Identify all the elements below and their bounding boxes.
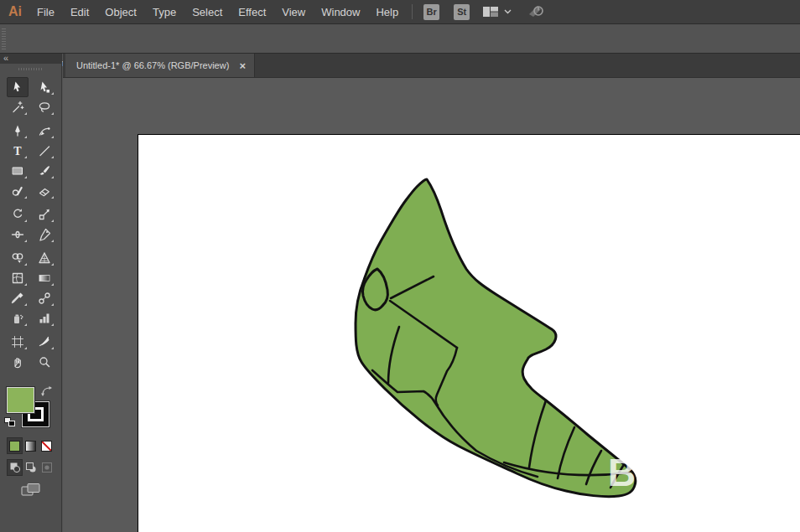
draw-normal-icon — [9, 462, 21, 473]
menu-item-edit[interactable]: Edit — [70, 6, 89, 18]
hand-tool[interactable] — [7, 352, 29, 372]
draw-inside-button[interactable] — [39, 459, 55, 476]
none-button[interactable] — [39, 437, 55, 454]
swap-fill-stroke-icon[interactable] — [40, 385, 54, 397]
column-graph-tool-icon — [38, 312, 51, 325]
color-swatch-icon — [9, 441, 20, 452]
line-segment-tool-icon — [38, 144, 51, 158]
paintbrush-tool[interactable] — [34, 161, 55, 181]
line-segment-tool[interactable] — [34, 141, 55, 161]
zoom-tool[interactable] — [34, 352, 55, 372]
tool-grid: T — [7, 77, 55, 372]
artboard-tool[interactable] — [7, 332, 29, 352]
fill-indicator[interactable] — [7, 387, 34, 413]
menu-item-view[interactable]: View — [282, 6, 305, 18]
svg-text:T: T — [13, 145, 22, 158]
selection-tool-icon — [11, 80, 24, 94]
color-button[interactable] — [7, 437, 23, 454]
workspace-switcher[interactable] — [482, 5, 512, 18]
rectangle-tool[interactable] — [7, 161, 29, 181]
lasso-tool[interactable] — [34, 97, 55, 117]
free-transform-tool[interactable] — [34, 225, 55, 245]
menu-item-help[interactable]: Help — [376, 6, 398, 18]
curvature-tool-icon — [38, 124, 51, 137]
scale-tool[interactable] — [34, 204, 55, 225]
artboard[interactable]: B — [138, 134, 800, 532]
menu-item-file[interactable]: File — [37, 6, 55, 18]
eyedropper-tool-icon — [11, 292, 24, 305]
column-graph-tool[interactable] — [34, 308, 55, 328]
type-tool[interactable]: T — [7, 141, 29, 161]
shape-builder-tool[interactable] — [7, 248, 29, 268]
gradient-tool-icon — [38, 271, 51, 285]
rotate-tool-icon — [11, 208, 24, 221]
collapse-panel-icon[interactable]: « — [3, 53, 8, 63]
direct-selection-tool[interactable] — [34, 77, 55, 97]
width-tool[interactable] — [7, 225, 29, 245]
tab-close-icon[interactable]: × — [239, 60, 246, 71]
selection-tool[interactable] — [7, 77, 29, 97]
drawing-modes-row — [7, 459, 55, 476]
blend-tool[interactable] — [34, 288, 55, 308]
menu-item-effect[interactable]: Effect — [238, 6, 266, 18]
perspective-grid-tool[interactable] — [34, 248, 55, 268]
symbol-sprayer-tool[interactable] — [7, 308, 29, 328]
symbol-sprayer-tool-icon — [11, 312, 24, 325]
menu-item-object[interactable]: Object — [105, 6, 137, 18]
none-swatch-icon — [41, 441, 52, 452]
eraser-tool[interactable] — [34, 181, 55, 201]
cocoon-body-path — [356, 179, 636, 497]
gpu-performance-icon — [525, 2, 547, 18]
eyedropper-tool[interactable] — [7, 288, 29, 308]
gpu-performance-button[interactable] — [525, 2, 547, 22]
hand-tool-icon — [11, 355, 24, 369]
draw-inside-icon — [41, 462, 53, 473]
bridge-button[interactable]: Br — [423, 4, 439, 20]
mesh-tool[interactable] — [7, 268, 29, 288]
rotate-tool[interactable] — [7, 204, 29, 225]
scale-tool-icon — [38, 208, 51, 221]
control-bar-grip[interactable] — [2, 27, 6, 49]
free-transform-tool-icon — [38, 228, 51, 241]
rectangle-tool-icon — [11, 164, 24, 178]
control-bar: No Selection Stroke: 3 pt Uniform • 3 pt… — [0, 24, 800, 54]
canvas-area[interactable]: B — [63, 78, 800, 532]
menu-item-window[interactable]: Window — [321, 6, 360, 18]
menu-item-select[interactable]: Select — [192, 6, 222, 18]
stock-button[interactable]: St — [454, 4, 470, 20]
screen-mode-icon — [21, 483, 41, 499]
pen-tool[interactable] — [7, 121, 29, 141]
illustrator-window: Ai File Edit Object Type Select Effect V… — [0, 0, 800, 532]
artboard-tool-icon — [11, 335, 24, 349]
menu-bar: Ai File Edit Object Type Select Effect V… — [0, 0, 800, 24]
draw-behind-icon — [25, 462, 37, 473]
menu-separator — [412, 4, 413, 19]
chevron-down-icon — [504, 9, 512, 14]
document-tab-bar: Untitled-1* @ 66.67% (RGB/Preview) × — [63, 54, 800, 78]
tools-panel-header[interactable]: « — [0, 54, 61, 64]
tools-panel: « — [0, 54, 62, 532]
shaper-tool[interactable] — [7, 181, 29, 201]
gradient-tool[interactable] — [34, 268, 55, 288]
change-screen-mode-button[interactable] — [21, 483, 41, 503]
tools-panel-grip[interactable] — [18, 68, 44, 70]
slice-tool-icon — [38, 335, 51, 349]
document-tab[interactable]: Untitled-1* @ 66.67% (RGB/Preview) × — [65, 54, 255, 77]
gradient-swatch-icon — [25, 441, 36, 452]
default-fill-stroke-icon[interactable] — [4, 417, 16, 427]
mesh-tool-icon — [11, 271, 24, 285]
artwork-drawing[interactable] — [138, 135, 800, 532]
menu-item-type[interactable]: Type — [153, 6, 176, 18]
draw-behind-button[interactable] — [23, 459, 39, 476]
workspace-layout-icon — [482, 5, 499, 18]
draw-normal-button[interactable] — [7, 459, 23, 476]
gradient-button[interactable] — [23, 437, 39, 454]
shape-builder-tool-icon — [11, 251, 24, 265]
magic-wand-tool[interactable] — [7, 97, 29, 117]
zoom-tool-icon — [38, 355, 51, 369]
blend-tool-icon — [38, 292, 51, 305]
slice-tool[interactable] — [34, 332, 55, 352]
menu-items: File Edit Object Type Select Effect View… — [37, 6, 398, 18]
curvature-tool[interactable] — [34, 121, 55, 141]
eraser-tool-icon — [38, 184, 51, 198]
